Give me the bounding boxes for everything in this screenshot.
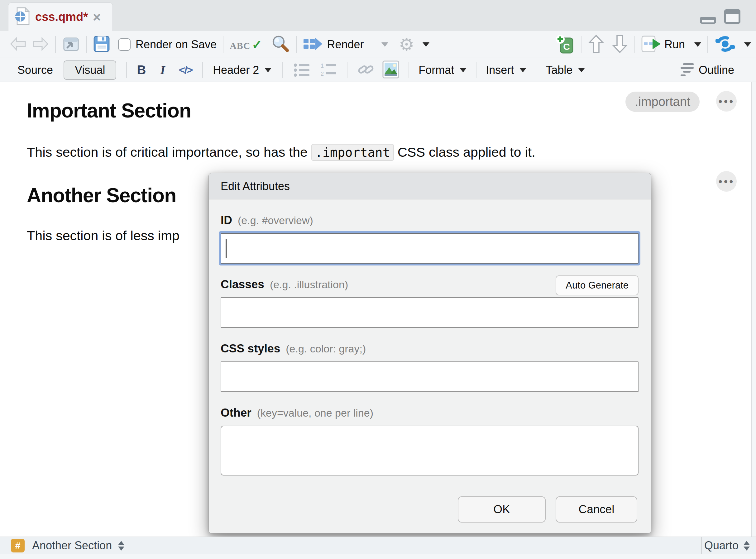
italic-button[interactable]: I [160, 63, 165, 77]
run-next-chunk-down-icon[interactable] [612, 34, 628, 55]
other-textarea[interactable] [221, 426, 639, 475]
css-styles-hint: (e.g. color: gray;) [286, 343, 366, 355]
toolbar-divider [347, 62, 348, 78]
section1-more-options-button[interactable]: ●●● [716, 91, 737, 112]
insert-code-chunk-icon[interactable]: C [555, 34, 575, 55]
image-icon[interactable] [382, 61, 399, 80]
render-on-save-label: Render on Save [136, 38, 217, 51]
status-bar: # Another Section Quarto [0, 537, 756, 554]
id-input[interactable] [221, 233, 639, 264]
inline-code-button[interactable]: </> [179, 64, 192, 76]
format-toolbar-left: Source Visual B I </> Header 2 1 [18, 58, 585, 82]
classes-hint: (e.g. .illustration) [270, 278, 348, 291]
css-styles-input[interactable] [221, 361, 639, 392]
auto-generate-button[interactable]: Auto Generate [556, 275, 639, 295]
tab-bar: css.qmd* × [0, 0, 756, 31]
toolbar-divider [202, 62, 203, 78]
open-in-new-window-icon[interactable] [62, 36, 80, 53]
insert-menu[interactable]: Insert [486, 64, 514, 77]
format-menu-dropdown-icon[interactable] [460, 68, 467, 72]
tab-close-icon[interactable]: × [93, 10, 101, 24]
toolbar-right-group: C [555, 31, 751, 58]
tab-title: css.qmd* [35, 10, 88, 24]
render-button[interactable]: Render [327, 38, 364, 51]
run-dropdown-icon[interactable] [694, 42, 701, 47]
render-options-dropdown-icon[interactable] [423, 42, 429, 47]
ok-button[interactable]: OK [458, 496, 546, 522]
toolbar-divider [126, 62, 127, 78]
source-mode-button[interactable]: Source [18, 64, 53, 77]
toolbar-divider [707, 36, 708, 53]
section2-more-options-button[interactable]: ●●● [716, 171, 737, 192]
toolbar-divider [408, 62, 409, 78]
minimize-pane-icon[interactable] [699, 13, 717, 26]
run-icon [641, 35, 661, 54]
bold-button[interactable]: B [137, 63, 146, 77]
editor-content: Important Section .important ●●● This se… [0, 82, 756, 537]
rerun-source-icon[interactable] [714, 36, 736, 53]
classes-input[interactable] [221, 297, 639, 328]
back-icon[interactable] [10, 36, 27, 53]
cancel-button[interactable]: Cancel [556, 496, 637, 522]
gear-icon[interactable]: ⚙ [399, 36, 415, 53]
other-label: Other [221, 406, 251, 419]
link-icon[interactable] [357, 61, 375, 80]
outline-toggle[interactable]: Outline [680, 63, 734, 77]
outline-icon [680, 63, 694, 77]
dialog-title: Edit Attributes [209, 173, 651, 199]
svg-text:2: 2 [321, 71, 324, 77]
dialog-body: Auto Generate ID (e.g. #overview) Classe… [209, 214, 651, 475]
editor-mode-selector[interactable]: Quarto [704, 539, 738, 552]
bullet-list-icon[interactable] [293, 62, 311, 78]
heading-level-icon: # [11, 539, 25, 553]
block-format-dropdown-icon[interactable] [265, 68, 271, 72]
quarto-document-icon [14, 7, 30, 27]
other-field-label: Other (key=value, one per line) [221, 406, 639, 419]
numbered-list-icon[interactable]: 1 2 [320, 62, 337, 78]
edit-attributes-dialog: Edit Attributes Auto Generate ID (e.g. #… [208, 173, 651, 533]
tab-css-qmd[interactable]: css.qmd* × [8, 2, 113, 31]
toolbar-divider [86, 36, 87, 53]
format-toolbar-right: Outline [680, 58, 738, 82]
toolbar-divider [55, 36, 56, 53]
run-button[interactable]: Run [664, 38, 685, 51]
pane-window-controls [699, 9, 741, 26]
run-previous-chunks-up-icon[interactable] [588, 34, 604, 55]
outline-label: Outline [699, 64, 734, 77]
toolbar-divider [635, 36, 635, 53]
main-toolbar: Render on Save ABC ✓ [0, 31, 756, 58]
toolbar-divider [296, 36, 297, 53]
section-selector-arrows-icon[interactable] [118, 541, 124, 551]
section2-heading[interactable]: Another Section [27, 184, 176, 207]
lower-pane-edge [0, 554, 756, 559]
forward-icon[interactable] [31, 36, 49, 53]
block-format-select[interactable]: Header 2 [213, 64, 259, 77]
vertical-scrollbar[interactable] [751, 82, 756, 537]
mode-selector-area: Quarto [701, 537, 756, 554]
paragraph-1-text-after: CSS class applied to it. [394, 144, 535, 159]
table-menu-dropdown-icon[interactable] [578, 68, 585, 72]
spellcheck-icon[interactable]: ABC ✓ [230, 40, 262, 49]
save-icon[interactable] [93, 36, 110, 53]
paragraph-2[interactable]: This section is of less imp [27, 228, 179, 243]
render-dropdown-icon[interactable] [381, 42, 388, 47]
table-menu[interactable]: Table [546, 64, 573, 77]
current-section-selector[interactable]: Another Section [32, 539, 112, 552]
section1-heading[interactable]: Important Section [27, 99, 191, 122]
svg-text:1: 1 [321, 63, 324, 69]
mode-selector-arrows-icon[interactable] [743, 541, 750, 551]
find-replace-icon[interactable] [270, 34, 290, 55]
render-on-save-checkbox[interactable] [118, 38, 131, 51]
id-label: ID [221, 214, 232, 227]
paragraph-1[interactable]: This section is of critical importance, … [27, 144, 535, 160]
paragraph-1-inline-code: .important [311, 144, 394, 161]
visual-mode-button[interactable]: Visual [64, 61, 116, 80]
css-styles-label: CSS styles [221, 342, 280, 355]
insert-menu-dropdown-icon[interactable] [519, 68, 526, 72]
toolbar-divider [282, 62, 283, 78]
class-badge[interactable]: .important [625, 92, 699, 112]
format-menu[interactable]: Format [419, 64, 454, 77]
rerun-dropdown-icon[interactable] [744, 42, 751, 47]
maximize-pane-icon[interactable] [724, 9, 741, 26]
other-hint: (key=value, one per line) [257, 407, 373, 419]
